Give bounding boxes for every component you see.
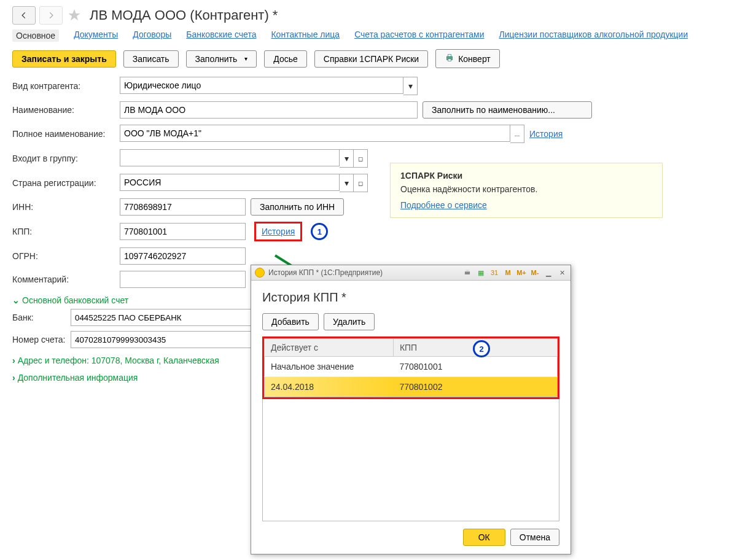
fullname-input[interactable] (120, 125, 510, 142)
popup-calc-icon[interactable]: ▦ (476, 268, 486, 278)
popup-print-icon[interactable] (462, 268, 472, 278)
country-open-button[interactable]: ◻ (354, 174, 368, 192)
fill-by-inn-button[interactable]: Заполнить по ИНН (251, 198, 344, 216)
kpp-history-link[interactable]: История (257, 224, 300, 239)
label-name: Наименование: (12, 105, 120, 115)
save-button[interactable]: Записать (123, 50, 179, 68)
group-open-button[interactable]: ◻ (354, 149, 368, 168)
label-bank: Банк: (12, 313, 71, 322)
label-inn: ИНН: (12, 202, 120, 212)
nav-forward-button[interactable] (39, 6, 63, 25)
envelope-button[interactable]: Конверт (435, 49, 500, 68)
tab-bar: Основное Документы Договоры Банковские с… (12, 29, 728, 42)
label-ogrn: ОГРН: (12, 251, 120, 261)
name-input[interactable] (120, 101, 418, 119)
cell-date: Начальное значение (265, 357, 394, 377)
popup-add-button[interactable]: Добавить (262, 313, 319, 330)
address-section-label: Адрес и телефон: 107078, Москва г, Калан… (18, 356, 219, 365)
fill-button[interactable]: Заполнить (186, 50, 257, 68)
save-close-button[interactable]: Записать и закрыть (12, 50, 116, 68)
dossier-button[interactable]: Досье (264, 50, 307, 68)
label-comment: Комментарий: (12, 274, 120, 284)
group-dropdown-button[interactable]: ▾ (340, 149, 354, 168)
popup-mplus-button[interactable]: M+ (516, 268, 526, 278)
tab-contacts[interactable]: Контактные лица (271, 29, 340, 42)
tab-bank-accounts[interactable]: Банковские счета (186, 29, 256, 42)
kpp-history-highlight: История (254, 222, 302, 241)
group-input[interactable] (120, 149, 340, 166)
svg-rect-2 (448, 59, 451, 61)
arrow-right-icon (47, 11, 55, 20)
callout-2: 2 (473, 340, 490, 357)
app-1c-icon (255, 268, 265, 278)
fullname-ellipsis-button[interactable]: ... (510, 125, 524, 143)
kpp-input[interactable] (120, 223, 246, 240)
tab-contracts[interactable]: Договоры (133, 29, 171, 42)
svg-rect-1 (448, 55, 451, 56)
envelope-label: Конверт (458, 54, 491, 64)
nav-back-button[interactable] (12, 6, 36, 25)
bank-section-label: Основной банковский счет (22, 295, 128, 305)
cell-kpp: 770801001 (393, 357, 557, 377)
popup-delete-button[interactable]: Удалить (324, 313, 375, 330)
cell-kpp: 770801002 (393, 377, 557, 397)
country-dropdown-button[interactable]: ▾ (340, 174, 354, 192)
type-dropdown-button[interactable]: ▾ (403, 77, 418, 95)
table-row[interactable]: 24.04.2018 770801002 (265, 377, 558, 397)
popup-mminus-button[interactable]: M- (530, 268, 540, 278)
type-combo[interactable] (120, 77, 403, 94)
inn-input[interactable] (120, 198, 246, 216)
col-date-header[interactable]: Действует с (265, 339, 394, 357)
fill-by-name-button[interactable]: Заполнить по наименованию... (423, 101, 592, 119)
popup-ok-button[interactable]: ОК (463, 529, 505, 546)
tab-settlement-accounts[interactable]: Счета расчетов с контрагентами (354, 29, 484, 42)
popup-close-icon[interactable]: ✕ (557, 268, 567, 278)
country-input[interactable] (120, 174, 340, 191)
label-fullname: Полное наименование: (12, 129, 120, 139)
comment-input[interactable] (120, 271, 246, 288)
tab-licenses[interactable]: Лицензии поставщиков алкогольной продукц… (499, 29, 688, 42)
popup-titlebar[interactable]: История КПП * (1С:Предприятие) ▦ 31 M M+… (251, 265, 571, 281)
fullname-history-link[interactable]: История (529, 129, 563, 139)
label-kpp: КПП: (12, 227, 120, 236)
tab-main[interactable]: Основное (12, 29, 59, 42)
popup-m-button[interactable]: M (503, 268, 513, 278)
tab-documents[interactable]: Документы (74, 29, 118, 42)
label-account: Номер счета: (12, 335, 71, 344)
popup-minimize-icon[interactable]: ▁ (543, 268, 553, 278)
arrow-left-icon (20, 11, 28, 20)
callout-1: 1 (311, 223, 328, 240)
label-country: Страна регистрации: (12, 178, 120, 188)
kpp-history-table: Действует с КПП Начальное значение 77080… (264, 338, 558, 397)
table-empty-area[interactable] (262, 399, 559, 521)
popup-cancel-button[interactable]: Отмена (510, 529, 559, 546)
label-group: Входит в группу: (12, 154, 120, 163)
spark-more-link[interactable]: Подробнее о сервисе (400, 200, 487, 210)
spark-text: Оценка надёжности контрагентов. (400, 184, 652, 194)
spark-title: 1СПАРК Риски (400, 171, 652, 181)
popup-calendar-icon[interactable]: 31 (489, 268, 499, 278)
spark-button[interactable]: Справки 1СПАРК Риски (314, 50, 428, 68)
table-highlight: 2 Действует с КПП Начальное значение 770… (262, 336, 559, 399)
table-row[interactable]: Начальное значение 770801001 (265, 357, 558, 377)
popup-heading: История КПП * (262, 290, 559, 305)
cell-date: 24.04.2018 (265, 377, 394, 397)
printer-icon (445, 53, 454, 64)
ogrn-input[interactable] (120, 247, 246, 265)
kpp-history-popup: История КПП * (1С:Предприятие) ▦ 31 M M+… (251, 265, 571, 554)
popup-window-title: История КПП * (1С:Предприятие) (268, 268, 383, 277)
label-type: Вид контрагента: (12, 81, 120, 91)
toolbar: Записать и закрыть Записать Заполнить До… (12, 49, 728, 68)
page-title: ЛВ МОДА ООО (Контрагент) * (90, 7, 278, 23)
svg-rect-5 (466, 270, 469, 271)
favorite-star-icon[interactable] (66, 7, 82, 23)
extra-section-label: Дополнительная информация (18, 373, 138, 383)
spark-panel: 1СПАРК Риски Оценка надёжности контраген… (390, 163, 663, 218)
svg-rect-4 (465, 271, 470, 274)
